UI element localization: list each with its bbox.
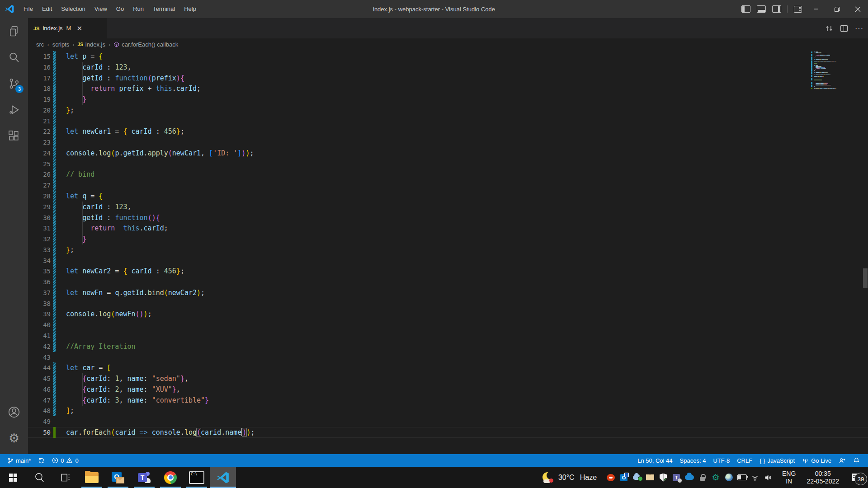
code-line[interactable]: 20}; [28,105,868,116]
code-line[interactable]: 19 } [28,94,868,105]
language-mode[interactable]: { } JavaScript [756,454,798,467]
sidebar-item-run-debug[interactable] [0,97,28,123]
teams-tray-icon[interactable]: T [671,473,681,483]
mcafee-tray-icon[interactable] [606,473,616,483]
line-number[interactable]: 29 [28,202,51,212]
taskbar-search-button[interactable] [26,467,52,488]
line-number[interactable]: 35 [28,266,51,277]
tab-indexjs[interactable]: JS index.js M ✕ [28,18,107,38]
line-number[interactable]: 30 [28,212,51,223]
line-number[interactable]: 39 [28,309,51,319]
line-number[interactable]: 42 [28,341,51,352]
code-line[interactable]: 30 getId : function(){ [28,212,868,223]
line-number[interactable]: 18 [28,83,51,94]
code-line[interactable]: 40 [28,319,868,330]
sidebar-item-source-control[interactable]: 3 [0,70,28,97]
line-number[interactable]: 17 [28,73,51,84]
line-number[interactable]: 25 [28,159,51,169]
line-number[interactable]: 33 [28,244,51,255]
code-line[interactable]: 24console.log(p.getId.apply(newCar1, ['I… [28,148,868,159]
sync-changes-icon[interactable] [825,24,833,33]
line-number[interactable]: 19 [28,94,51,105]
weather-widget[interactable]: 30°C Haze [537,467,602,488]
menu-view[interactable]: View [90,5,112,12]
cursor-position[interactable]: Ln 50, Col 44 [634,454,676,467]
line-number[interactable]: 46 [28,384,51,395]
code-line[interactable]: 16 carId : 123, [28,62,868,73]
code-line[interactable]: 33}; [28,244,868,255]
settings-button[interactable]: ⚙ [0,425,28,451]
defender-tray-icon[interactable] [658,473,668,483]
eol-indicator[interactable]: CRLF [733,454,756,467]
code-line[interactable]: 15let p = { [28,51,868,62]
code-line[interactable]: 39console.log(newFn()); [28,309,868,319]
task-view-button[interactable] [52,467,79,488]
taskbar-chrome[interactable] [157,467,184,488]
menu-go[interactable]: Go [112,5,128,12]
clock[interactable]: 00:35 22-05-2022 [801,470,844,485]
feedback-button[interactable] [835,454,849,467]
code-line[interactable]: 27 [28,180,868,191]
code-line[interactable]: 45 {carId: 1, name: "sedan"}, [28,373,868,384]
battery-tray-icon[interactable] [737,473,747,483]
minimize-button[interactable] [806,0,826,18]
code-line[interactable]: 17 getId : function(prefix){ [28,73,868,84]
line-number[interactable]: 37 [28,287,51,298]
problems-indicator[interactable]: 0 0 [48,454,82,467]
line-number[interactable]: 36 [28,277,51,287]
line-number[interactable]: 50 [28,427,51,438]
menu-selection[interactable]: Selection [57,5,90,12]
taskbar-outlook[interactable]: O [105,467,131,488]
start-button[interactable] [0,467,26,488]
code-line[interactable]: 37let newFn = q.getId.bind(newCar2); [28,287,868,298]
line-number[interactable]: 43 [28,352,51,363]
volume-tray-icon[interactable] [763,473,773,483]
cloud-sync-tray-icon[interactable] [632,473,642,483]
code-line[interactable]: 43 [28,352,868,363]
line-number[interactable]: 45 [28,373,51,384]
menu-help[interactable]: Help [179,5,201,12]
code-line[interactable]: 21 [28,116,868,127]
branch-indicator[interactable]: main* [4,454,34,467]
line-number[interactable]: 34 [28,255,51,266]
line-number[interactable]: 20 [28,105,51,116]
line-number[interactable]: 44 [28,362,51,373]
line-number[interactable]: 15 [28,51,51,62]
onedrive-tray-icon[interactable] [684,473,694,483]
line-number[interactable]: 16 [28,62,51,73]
lock-tray-icon[interactable] [698,473,708,483]
encoding-indicator[interactable]: UTF-8 [709,454,733,467]
taskbar-command-prompt[interactable]: C:\_ [184,467,210,488]
code-line[interactable]: 50car.forEach(carid => console.log(carid… [28,427,868,438]
close-button[interactable] [847,0,868,18]
code-line[interactable]: 32 } [28,234,868,244]
line-number[interactable]: 22 [28,126,51,137]
toggle-sidebar-icon[interactable] [741,5,750,13]
browser-tray-icon[interactable] [724,473,734,483]
tab-close-icon[interactable]: ✕ [76,25,82,32]
code-line[interactable]: 18 return prefix + this.carId; [28,83,868,94]
menu-terminal[interactable]: Terminal [148,5,179,12]
go-live-button[interactable]: Go Live [798,454,835,467]
menu-file[interactable]: File [19,5,38,12]
line-number[interactable]: 31 [28,223,51,234]
split-editor-icon[interactable] [840,25,848,32]
wifi-tray-icon[interactable] [750,473,760,483]
code-line[interactable]: 29 carId : 123, [28,202,868,212]
code-line[interactable]: 46 {carId: 2, name: "XUV"}, [28,384,868,395]
code-line[interactable]: 35let newCar2 = { carId : 456}; [28,266,868,277]
line-number[interactable]: 26 [28,169,51,180]
code-line[interactable]: 44let car = [ [28,362,868,373]
taskbar-vscode[interactable] [210,467,236,488]
line-number[interactable]: 41 [28,330,51,341]
indentation-indicator[interactable]: Spaces: 4 [676,454,710,467]
code-line[interactable]: 48]; [28,405,868,416]
notifications-button[interactable] [849,454,863,467]
code-line[interactable]: 49 [28,416,868,427]
breadcrumb-item[interactable]: car.forEach() callback [113,41,178,48]
more-actions-icon[interactable]: ··· [855,24,863,33]
line-number[interactable]: 24 [28,148,51,159]
code-line[interactable]: 26// bind [28,169,868,180]
code-line[interactable]: 34 [28,255,868,266]
taskbar-teams[interactable]: T [131,467,157,488]
